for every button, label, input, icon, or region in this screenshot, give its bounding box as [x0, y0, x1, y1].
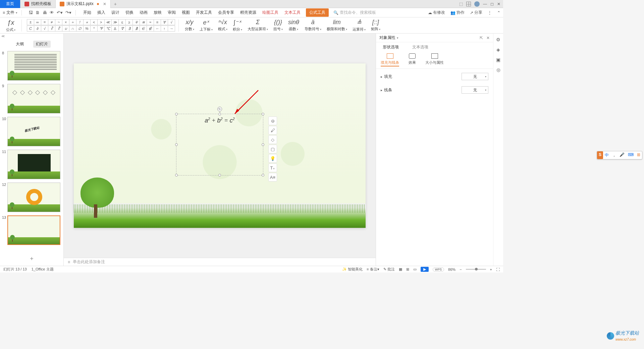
status-theme[interactable]: 1_Office 主题 [32, 267, 54, 272]
symbol-cell[interactable]: ∂ [34, 26, 41, 32]
symbol-cell[interactable]: ∆ [111, 26, 119, 32]
zoom-out-icon[interactable]: − [460, 267, 462, 271]
file-menu[interactable]: 文件▾ [6, 10, 17, 15]
symbol-cell[interactable]: √ [168, 19, 175, 25]
grid-icon[interactable] [466, 2, 471, 6]
strip-location-icon[interactable]: ◎ [496, 67, 500, 72]
caret-icon[interactable]: ▸ [381, 88, 382, 92]
ribbon-operator[interactable]: ≜运算符 [350, 19, 368, 32]
collapse-ribbon-icon[interactable]: ⌃ [497, 10, 500, 15]
ribbon-bracket[interactable]: {()}括号 [271, 19, 285, 32]
pin-icon[interactable]: ⇱ [480, 36, 483, 40]
resize-handle-tr[interactable] [262, 113, 264, 115]
symbol-cell[interactable]: ∓ [132, 19, 140, 25]
share-button[interactable]: ↗ 分享 [470, 10, 482, 15]
resize-handle-br[interactable] [262, 174, 264, 177]
thumb-10[interactable]: 10极光下载站 [3, 117, 61, 146]
ft-bulb-icon[interactable]: 💡 [268, 154, 277, 163]
symbol-cell[interactable]: ∞ [34, 19, 41, 25]
resize-handle-lc[interactable] [175, 143, 178, 146]
symbol-cell[interactable]: √ [41, 26, 48, 32]
ft-text-icon[interactable]: T₊ [268, 163, 277, 172]
add-slide-button[interactable]: + [0, 252, 63, 266]
resize-handle-bc[interactable] [218, 174, 221, 177]
save-icon[interactable]: 🖫 [29, 10, 33, 15]
close-panel-icon[interactable]: ✕ [486, 36, 490, 40]
symbol-cell[interactable]: ∀ [161, 19, 168, 25]
ribbon-bigop[interactable]: Σ大型运算符 [245, 19, 271, 32]
symbol-cell[interactable]: ≡ [154, 19, 161, 25]
menu-member[interactable]: 会员专享 [217, 8, 235, 17]
app-menu-icon[interactable]: ≡ [3, 10, 5, 15]
view-normal-icon[interactable]: ▦ [399, 267, 402, 271]
saveas-icon[interactable]: 🗎 [36, 10, 40, 15]
play-button[interactable]: ▶ [421, 267, 429, 272]
resize-handle-tl[interactable] [175, 113, 178, 115]
rp-tab-text[interactable]: 文本选项 [412, 44, 428, 51]
fit-icon[interactable]: ⛶ [496, 267, 500, 271]
strip-settings-icon[interactable]: ⚙ [496, 37, 500, 42]
rp-sub-size[interactable]: 大小与属性 [425, 53, 444, 66]
thumb-8[interactable]: 8 [3, 51, 61, 81]
menu-start[interactable]: 开始 [83, 8, 92, 17]
strip-layers-icon[interactable]: ▣ [496, 57, 500, 62]
symbol-cell[interactable]: ∛ [48, 26, 55, 32]
menu-formula-tools[interactable]: 公式工具 [306, 8, 329, 17]
symbol-cell[interactable]: < [90, 19, 98, 25]
symbol-cell[interactable]: ∃ [125, 26, 133, 32]
selection-box[interactable]: ↻ a2 + b2 = c2 [176, 114, 263, 176]
symbol-cell[interactable]: × [62, 19, 69, 25]
ribbon-root[interactable]: ⁿ√x根式 [215, 19, 230, 32]
menu-slideshow[interactable]: 放映 [153, 8, 162, 17]
symbol-cell[interactable]: ℉ [97, 26, 105, 32]
ft-outline-icon[interactable]: ▢ [268, 145, 277, 153]
formula-content[interactable]: a2 + b2 = c2 [176, 117, 263, 124]
preview-icon[interactable]: 👁 [50, 10, 54, 15]
resize-handle-rc[interactable] [262, 143, 264, 146]
symbol-cell[interactable]: ° [90, 26, 98, 32]
rp-sub-effect[interactable]: 效果 [409, 53, 416, 66]
thumb-12[interactable]: 12 [3, 183, 61, 212]
symbol-cell[interactable]: C [27, 26, 34, 32]
fill-select[interactable]: 无 [462, 73, 488, 80]
zoom-value[interactable]: 86% [448, 267, 455, 271]
symbol-cell[interactable]: ℃ [104, 26, 112, 32]
avatar-icon[interactable] [474, 1, 480, 7]
left-collapse-icon[interactable]: ≪ [0, 34, 6, 39]
symbol-cell[interactable]: ∅ [76, 26, 84, 32]
notes-bar[interactable]: ≡ 单击此处添加备注 [64, 258, 376, 266]
menu-animation[interactable]: 动画 [139, 8, 148, 17]
wps-badge[interactable]: WPS [433, 267, 444, 271]
tab-add[interactable]: + [111, 0, 120, 8]
ft-pen-icon[interactable]: 🖊 [268, 126, 277, 135]
ribbon-integral[interactable]: ∫⁻ˣ积分 [230, 19, 245, 32]
symbol-cell[interactable]: ± [27, 19, 34, 25]
ft-zoom-out[interactable]: ⊖ [268, 116, 277, 125]
minimize-icon[interactable]: — [483, 2, 487, 6]
line-select[interactable]: 无 [462, 86, 488, 94]
cloud-modify[interactable]: ☁ 有修改 [428, 10, 445, 15]
view-sorter-icon[interactable]: ⊞ [406, 267, 409, 271]
symbol-cell[interactable]: ∉ [147, 26, 154, 32]
symbol-cell[interactable]: ∪ [62, 26, 69, 32]
rp-title[interactable]: 对象属性 [379, 35, 398, 41]
caret-icon[interactable]: ▸ [381, 75, 382, 79]
canvas-viewport[interactable]: ↻ a2 + b2 = c2 ⊖ 🖊 ◇ [64, 34, 376, 258]
layout-icon[interactable]: ⬚ [459, 2, 463, 6]
symbol-cell[interactable]: ← [154, 26, 161, 32]
ribbon-deriv[interactable]: ä导数符号 [302, 19, 324, 32]
symbol-cell[interactable]: ∝ [83, 19, 91, 25]
symbol-cell[interactable]: ≈ [147, 19, 154, 25]
menu-view[interactable]: 视图 [181, 8, 191, 17]
more-icon[interactable]: ⋮ [488, 10, 492, 15]
menu-review[interactable]: 审阅 [167, 8, 176, 17]
symbol-cell[interactable]: % [83, 26, 91, 32]
thumb-11[interactable]: 11 [3, 150, 61, 179]
resize-handle-bl[interactable] [175, 174, 178, 177]
symbol-cell[interactable]: ~ [55, 19, 62, 25]
zoom-slider[interactable] [466, 269, 486, 270]
ribbon-func[interactable]: sinθ函数 [285, 19, 302, 32]
menu-drawing-tools[interactable]: 绘图工具 [262, 8, 279, 17]
symbol-cell[interactable]: ≪ [104, 19, 112, 25]
symbol-cell[interactable]: ≥ [125, 19, 133, 25]
